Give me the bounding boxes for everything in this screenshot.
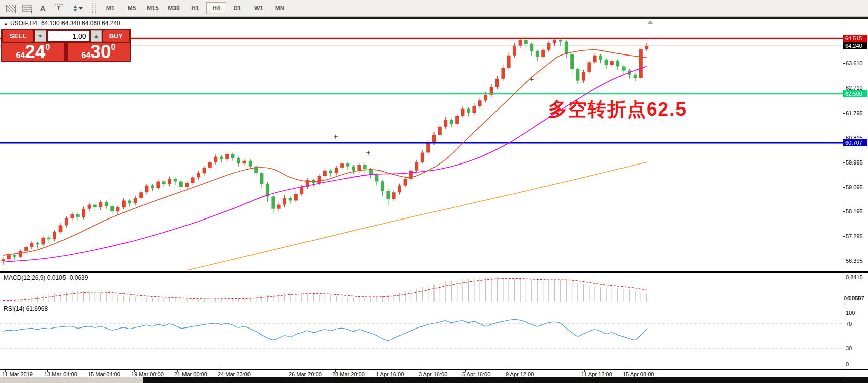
sell-price-display[interactable]: 64240 <box>2 43 64 61</box>
price-tick-label: 58.195 <box>846 208 863 214</box>
buy-button[interactable]: BUY <box>103 30 129 42</box>
rsi-axis-100: 100 <box>846 310 855 316</box>
price-axis-separator <box>843 19 843 377</box>
text-box-icon[interactable]: T <box>51 2 67 14</box>
price-tick-label: 56.395 <box>846 258 863 264</box>
symbol-name: USOil-,H4 <box>10 20 37 27</box>
sell-button[interactable]: SELL <box>3 30 33 42</box>
price-tick-mark <box>843 261 845 261</box>
symbol-info: ▲USOil-,H464.130 64.340 64.060 64.240 <box>4 20 120 27</box>
time-tick-label: 24 Mar 23:00 <box>218 371 251 377</box>
price-tick-mark <box>843 187 845 188</box>
time-tick-label: 13 Mar 04:00 <box>44 371 77 377</box>
macd-label: MACD(12,26,9) 0.0105 -0.0639 <box>4 274 88 281</box>
text-label-icon[interactable]: A <box>35 2 50 14</box>
time-tick-label: 9 Apr 12:00 <box>506 371 534 377</box>
volume-input[interactable] <box>48 31 89 41</box>
time-tick-label: 3 Apr 16:00 <box>419 371 447 377</box>
macd-axis-top: 0.8415 <box>846 274 863 280</box>
macd-panel[interactable] <box>0 273 843 303</box>
timeframe-button-m5[interactable]: M5 <box>121 2 142 14</box>
sort-arrows-icon[interactable] <box>68 2 88 14</box>
time-tick-label: 15 Mar 04:00 <box>88 371 120 377</box>
toolbar-grip <box>92 3 96 13</box>
price-level-badge: 60.707 <box>843 139 867 146</box>
buy-price-display[interactable]: 64300 <box>68 43 130 61</box>
macd-axis-bottom-b: 0.0507 <box>847 295 864 301</box>
template-grid-icon[interactable]: F <box>19 2 34 14</box>
ohlc-values: 64.130 64.340 64.060 64.240 <box>41 20 120 27</box>
time-tick-label: 19 Mar 00:00 <box>131 371 164 377</box>
timeframe-button-d1[interactable]: D1 <box>227 2 247 14</box>
time-tick-label: 5 Apr 16:00 <box>462 371 490 377</box>
one-click-trade-panel: SELL BUY 64240 64300 <box>1 29 131 62</box>
time-tick-label: 15 Apr 08:00 <box>623 371 654 377</box>
collapse-triangle-icon[interactable]: ▲ <box>4 21 8 26</box>
volume-decrease-button[interactable] <box>35 30 46 42</box>
rsi-panel[interactable] <box>0 304 843 369</box>
toolbar: E F A T M1M5M15M30H1H4D1W1MN <box>0 0 868 17</box>
price-tick-mark <box>843 138 845 138</box>
rsi-time-divider <box>0 369 868 370</box>
price-level-badge: 64.515 <box>843 35 867 42</box>
indicator-list-icon[interactable]: E <box>3 2 18 14</box>
timeframe-button-h4[interactable]: H4 <box>206 2 226 14</box>
time-tick-label: 11 Mar 2019 <box>2 371 33 377</box>
price-tick-label: 63.610 <box>846 60 863 66</box>
chart-annotation-text: 多空转折点62.5 <box>548 97 687 122</box>
rsi-label: RSI(14) 61.6968 <box>4 305 48 312</box>
price-level-badge: 62.500 <box>843 90 867 97</box>
horizontal-scrollbar[interactable] <box>0 377 143 383</box>
price-tick-mark <box>843 162 845 163</box>
price-tick-mark <box>843 88 845 88</box>
rsi-axis-30: 30 <box>846 345 852 351</box>
time-tick-label: 11 Apr 12:00 <box>581 371 612 377</box>
time-tick-label: 26 Mar 20:00 <box>289 371 322 377</box>
volume-increase-button[interactable] <box>91 30 102 42</box>
rsi-axis-0: 0 <box>846 361 849 367</box>
price-tick-label: 57.295 <box>846 233 863 239</box>
mt4-window: E F A T M1M5M15M30H1H4D1W1MN ▲USOil-,H46… <box>0 0 868 383</box>
time-tick-label: 1 Apr 16:00 <box>376 371 404 377</box>
price-tick-label: 61.795 <box>846 110 863 116</box>
price-tick-mark <box>843 113 845 114</box>
time-tick-label: 21 Mar 00:00 <box>174 371 207 377</box>
rsi-axis-70: 70 <box>846 321 852 327</box>
chart-shift-triangle-icon <box>647 20 653 24</box>
window-bottom-bar <box>0 377 868 383</box>
timeframe-group: M1M5M15M30H1H4D1W1MN <box>100 2 290 14</box>
timeframe-button-m1[interactable]: M1 <box>100 2 120 14</box>
price-tick-mark <box>843 211 845 212</box>
price-tick-label: 59.995 <box>846 159 863 166</box>
timeframe-button-m15[interactable]: M15 <box>143 2 163 14</box>
timeframe-button-w1[interactable]: W1 <box>249 2 269 14</box>
timeframe-button-h1[interactable]: H1 <box>185 2 205 14</box>
time-tick-label: 28 Mar 20:00 <box>332 371 365 377</box>
price-tick-label: 59.095 <box>846 184 863 190</box>
timeframe-button-m30[interactable]: M30 <box>164 2 184 14</box>
price-level-badge: 64.240 <box>843 42 867 49</box>
timeframe-button-mn[interactable]: MN <box>270 2 290 14</box>
price-tick-mark <box>843 63 845 64</box>
price-tick-mark <box>843 236 845 237</box>
